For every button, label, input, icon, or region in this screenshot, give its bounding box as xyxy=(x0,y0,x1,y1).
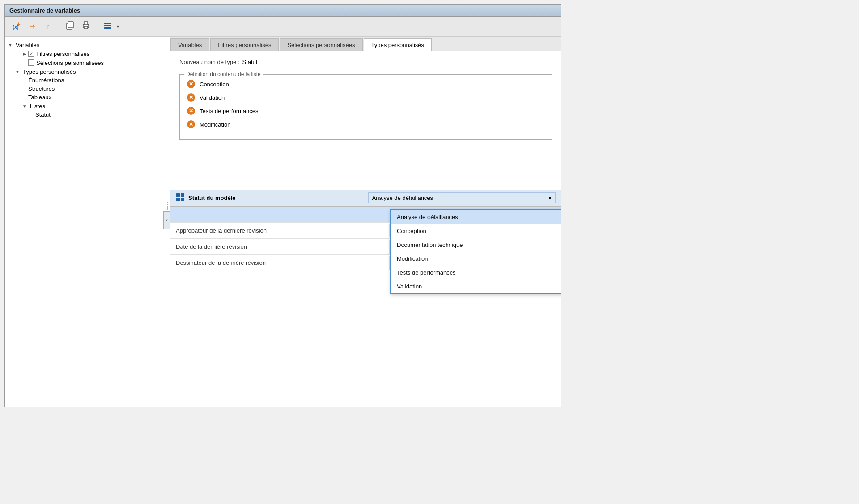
redo-button[interactable]: ↪ xyxy=(25,19,39,34)
svg-rect-8 xyxy=(176,193,180,197)
dropdown-option-tests[interactable]: Tests de performances xyxy=(391,266,561,280)
filter-button[interactable] xyxy=(101,19,115,34)
tree-item-variables[interactable]: ▼ Variables xyxy=(5,40,170,49)
dropdown-popup: Analyse de défaillances Conception Docum… xyxy=(390,209,561,294)
tabs-bar: Variables Filtres personnalisés Sélectio… xyxy=(170,37,561,51)
tab-content-types-perso: Nouveau nom de type : Statut Définition … xyxy=(170,51,561,154)
bottom-section: Statut du modèle Analyse de défaillances… xyxy=(170,190,561,271)
table-cell-label-dessinateur: Dessinateur de la dernière révision xyxy=(170,256,390,270)
content-area: Variables Filtres personnalisés Sélectio… xyxy=(170,37,561,403)
tab-types-perso[interactable]: Types personnalisés xyxy=(364,38,432,51)
list-item-label-validation: Validation xyxy=(200,94,225,101)
checkbox-filtres[interactable]: ✓ xyxy=(28,51,34,57)
tree-item-filtres[interactable]: ▶ ✓ Filtres personnalisés xyxy=(5,49,170,58)
table-cell-label-date: Date de la dernière révision xyxy=(170,240,390,254)
list-item-conception: ✕ Conception xyxy=(187,80,544,88)
title-bar: Gestionnaire de variables xyxy=(5,5,561,17)
list-item-label-tests: Tests de performances xyxy=(200,108,259,114)
table-cell-label-empty xyxy=(170,211,390,218)
app-window: Gestionnaire de variables (x) + ↪ ↑ xyxy=(4,4,561,407)
tree-arrow-types: ▼ xyxy=(14,68,21,75)
tree-label-filtres: Filtres personnalisés xyxy=(36,51,89,57)
add-variable-button[interactable]: (x) + xyxy=(9,19,23,34)
dropdown-option-documentation[interactable]: Documentation technique xyxy=(391,238,561,252)
list-item-modification: ✕ Modification xyxy=(187,120,544,128)
tree-arrow-variables: ▼ xyxy=(7,41,14,48)
sidebar-collapse-button[interactable]: ‹ xyxy=(163,211,170,229)
table-cell-label-approbateur: Approbateur de la dernière révision xyxy=(170,224,390,237)
checkbox-selections[interactable] xyxy=(28,59,34,66)
copy-button[interactable] xyxy=(63,19,77,34)
dropdown-selected-value: Analyse de défaillances xyxy=(372,195,434,201)
list-item-tests: ✕ Tests de performances xyxy=(187,107,544,115)
table-header-label: Statut du modèle xyxy=(188,195,368,201)
type-name-row: Nouveau nom de type : Statut xyxy=(179,59,552,65)
table-header-icon xyxy=(176,193,185,203)
dropdown-option-analyse[interactable]: Analyse de défaillances xyxy=(391,210,561,224)
tree-label-structures: Structures xyxy=(28,85,55,92)
dropdown-chevron: ▾ xyxy=(549,195,552,201)
print-button[interactable] xyxy=(79,19,93,34)
dropdown-option-validation[interactable]: Validation xyxy=(391,280,561,293)
tree-item-enumerations[interactable]: Énumérations xyxy=(5,76,170,85)
list-item-validation: ✕ Validation xyxy=(187,93,544,102)
dropdown-option-modification[interactable]: Modification xyxy=(391,252,561,266)
table-header-row: Statut du modèle Analyse de défaillances… xyxy=(170,190,561,207)
up-icon: ↑ xyxy=(46,22,50,30)
remove-btn-conception[interactable]: ✕ xyxy=(187,80,195,88)
print-icon xyxy=(81,21,90,32)
type-name-label: Nouveau nom de type : xyxy=(179,59,239,65)
tree-label-types: Types personnalisés xyxy=(23,68,76,75)
tree-label-listes: Listes xyxy=(30,103,45,110)
tree-item-selections[interactable]: ▶ Sélections personnalisées xyxy=(5,58,170,67)
tree-label-enumerations: Énumérations xyxy=(28,77,64,84)
filter-icon xyxy=(103,21,112,32)
tree-arrow-listes: ▼ xyxy=(21,102,28,110)
collapse-icon: ‹ xyxy=(166,217,168,223)
tree-root: ▼ Variables ▶ ✓ Filtres personnalisés ▶ … xyxy=(5,40,170,119)
svg-rect-4 xyxy=(84,26,88,29)
list-definition-box: Définition du contenu de la liste ✕ Conc… xyxy=(179,74,552,140)
svg-rect-7 xyxy=(104,27,111,29)
tree-item-listes[interactable]: ▼ Listes xyxy=(5,102,170,110)
svg-rect-9 xyxy=(181,193,184,197)
remove-btn-tests[interactable]: ✕ xyxy=(187,107,195,115)
tree-label-variables: Variables xyxy=(16,42,39,48)
tree-label-selections: Sélections personnalisées xyxy=(36,59,104,66)
svg-rect-5 xyxy=(104,23,111,24)
svg-rect-11 xyxy=(181,198,184,201)
copy-icon xyxy=(65,21,74,32)
toolbar: (x) + ↪ ↑ xyxy=(5,17,561,37)
dropdown-arrow-small[interactable]: ▾ xyxy=(117,24,119,29)
tab-filtres-perso[interactable]: Filtres personnalisés xyxy=(210,38,279,51)
sidebar: ‹ ▼ Variables ▶ ✓ Filtres personnalisés … xyxy=(5,37,170,403)
tree-arrow-filtres: ▶ xyxy=(21,50,28,57)
up-button[interactable]: ↑ xyxy=(41,19,55,34)
tree-item-tableaux[interactable]: Tableaux xyxy=(5,93,170,102)
svg-rect-1 xyxy=(68,22,73,28)
redo-icon: ↪ xyxy=(29,22,35,31)
toolbar-separator-1 xyxy=(59,21,59,32)
remove-btn-modification[interactable]: ✕ xyxy=(187,120,195,128)
toolbar-separator-2 xyxy=(97,21,97,32)
tree-label-tableaux: Tableaux xyxy=(28,94,51,101)
window-title: Gestionnaire de variables xyxy=(9,7,80,14)
tree-item-structures[interactable]: Structures xyxy=(5,85,170,93)
list-definition-legend: Définition du contenu de la liste xyxy=(184,71,263,77)
add-variable-icon: (x) + xyxy=(13,23,18,30)
tab-selections-perso[interactable]: Sélections personnalisées xyxy=(280,38,362,51)
remove-btn-validation[interactable]: ✕ xyxy=(187,93,195,102)
svg-rect-3 xyxy=(84,22,88,25)
list-item-label-modification: Modification xyxy=(200,121,230,128)
type-name-value: Statut xyxy=(242,59,257,65)
tree-item-types[interactable]: ▼ Types personnalisés xyxy=(5,67,170,76)
dropdown-trigger[interactable]: Analyse de défaillances ▾ xyxy=(368,192,556,203)
tree-item-statut[interactable]: Statut xyxy=(5,110,170,119)
tree-label-statut: Statut xyxy=(35,111,51,118)
dropdown-option-conception[interactable]: Conception xyxy=(391,224,561,238)
svg-rect-6 xyxy=(104,25,111,26)
svg-rect-10 xyxy=(176,198,180,201)
list-item-label-conception: Conception xyxy=(200,81,229,88)
tab-variables[interactable]: Variables xyxy=(170,38,209,51)
